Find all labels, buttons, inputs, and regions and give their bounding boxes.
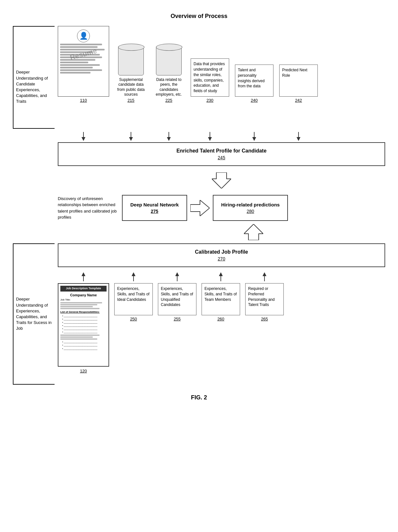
resume-lines: [60, 44, 107, 74]
bottom-data-inner-255: Experiences, Skills, and Traits of Unqua…: [158, 283, 196, 315]
calibrated-title: Calibrated Job Profile: [64, 249, 379, 255]
jd-bullet: • ___________________________: [62, 327, 107, 330]
resume-line: [60, 44, 102, 45]
predictions-ref: 280: [221, 209, 280, 214]
arrow-up-svg-job: [80, 272, 87, 281]
cylinder-225: Data related to peers, the candidates em…: [153, 47, 185, 103]
bottom-data-box-255: Experiences, Skills, and Traits of Unqua…: [158, 283, 196, 321]
arrows-up-row: [58, 272, 385, 281]
resume-ref: 110: [80, 98, 87, 103]
bottom-sources-row: Job Description Template Company Name Jo…: [58, 283, 385, 373]
arrow-up-job-desc: [58, 272, 109, 281]
arrow-down-svg-230: [207, 132, 213, 141]
data-box-ref-230: 230: [206, 98, 213, 103]
svg-marker-17: [132, 272, 135, 276]
jd-bullet: • ___________________________: [62, 347, 107, 350]
cylinder-shape-225: [156, 47, 182, 75]
resume-box: 👤 Resume: [58, 26, 109, 97]
arrow-down-svg-242: [295, 132, 302, 141]
jd-line: [60, 336, 93, 338]
bottom-data-ref-250: 250: [130, 317, 137, 321]
resume-line: [60, 46, 98, 48]
jd-line: [60, 304, 97, 305]
predictions-title: Hiring-related predictions: [221, 202, 280, 207]
resume-line: [60, 72, 91, 74]
arrow-down-resume: [58, 132, 109, 141]
job-desc-source: Job Description Template Company Name Jo…: [58, 283, 109, 373]
jd-section-title: List of General Responsibilities:: [60, 310, 107, 314]
svg-marker-23: [263, 272, 266, 276]
sources-row: 👤 Resume: [58, 26, 385, 103]
calibrated-box: Calibrated Job Profile 270: [58, 243, 385, 267]
bottom-data-inner-250: Experiences, Skills, and Traits of Ideal…: [114, 283, 153, 315]
data-box-ref-242: 242: [295, 98, 302, 103]
svg-marker-13: [190, 200, 210, 216]
svg-marker-1: [82, 137, 85, 141]
svg-marker-15: [82, 272, 85, 276]
svg-marker-21: [219, 272, 223, 276]
jd-line: [60, 338, 97, 340]
arrow-down-svg-240: [251, 132, 257, 141]
arrow-up-svg-265: [261, 272, 268, 281]
svg-marker-5: [167, 137, 171, 141]
arrow-up-svg-260: [218, 272, 224, 281]
bottom-data-ref-255: 255: [174, 317, 181, 321]
arrow-right-neural: [190, 200, 210, 216]
resume-source: 👤 Resume: [58, 26, 109, 103]
data-box-inner-230: Data that provides understanding of the …: [191, 58, 229, 97]
arrow-down-215: [115, 132, 147, 141]
data-box-inner-240: Talent and personality insights derived …: [235, 65, 273, 97]
arrow-down-242: [279, 132, 318, 141]
arrow-down-240: [235, 132, 273, 141]
page-title: Overview of Process: [13, 3, 385, 26]
resume-line: [60, 51, 93, 53]
arrow-up-260: [202, 272, 240, 281]
svg-marker-19: [175, 272, 179, 276]
jd-bullet: • ___________________________: [62, 321, 107, 324]
enriched-title: Enriched Talent Profile for Candidate: [64, 148, 379, 154]
cylinder-text-225: Data related to peers, the candidates em…: [153, 77, 185, 97]
neural-box: Deep Neural Network 275: [122, 195, 187, 221]
data-box-inner-242: Predicted Next Role: [279, 65, 318, 97]
hollow-arrow-up-bottom: [122, 224, 385, 240]
resume-line: [60, 64, 100, 66]
arrow-down-svg: [80, 132, 87, 141]
hollow-arrow-down-svg: [212, 172, 231, 188]
jd-bullet: • ___________________________: [62, 330, 107, 333]
fig-label: FIG. 2: [13, 394, 385, 401]
arrow-down-svg-225: [166, 132, 172, 141]
arrows-down-row: [58, 132, 385, 141]
arrow-down-svg-215: [128, 132, 134, 141]
job-desc-company: Company Name: [60, 293, 107, 297]
middle-wrapper: Discovery of unforeseen relationships be…: [58, 195, 385, 221]
data-box-230: Data that provides understanding of the …: [191, 58, 229, 103]
resume-avatar: 👤: [77, 30, 90, 42]
resume-line: [60, 59, 95, 61]
cylinder-215: Supplemental candidate data from public …: [115, 47, 147, 103]
jd-bullet: • ___________________________: [62, 344, 107, 346]
arrow-down-225: [153, 132, 185, 141]
arrow-up-svg-255: [174, 272, 180, 281]
job-desc-ref: 120: [80, 369, 87, 373]
bottom-data-box-265: Required or Preferred Personality and Ta…: [245, 283, 284, 321]
svg-marker-14: [244, 224, 263, 240]
enriched-box: Enriched Talent Profile for Candidate 24…: [58, 142, 385, 166]
hollow-arrow-right-svg: [190, 200, 210, 216]
jd-bullet: • ___________________________: [62, 340, 107, 343]
bottom-data-ref-260: 260: [217, 317, 224, 321]
arrow-up-265: [245, 272, 284, 281]
jd-line: [60, 306, 93, 307]
neural-title: Deep Neural Network: [130, 202, 179, 207]
jd-line: [60, 308, 100, 309]
cylinder-ref-215: 215: [127, 98, 134, 103]
resume-line: [60, 69, 102, 71]
predictions-section: Hiring-related predictions 280: [213, 195, 288, 221]
resume-line: [60, 49, 105, 50]
neural-ref: 275: [130, 209, 179, 214]
cylinder-shape-215: [118, 47, 144, 75]
jd-bullet: • ___________________________: [62, 314, 107, 317]
bottom-data-inner-265: Required or Preferred Personality and Ta…: [245, 283, 284, 315]
top-section: Deeper Understanding of Candidate Experi…: [13, 26, 385, 129]
bottom-left-label: Deeper Understanding of Experiences, Cap…: [13, 243, 55, 385]
svg-marker-7: [208, 137, 212, 141]
